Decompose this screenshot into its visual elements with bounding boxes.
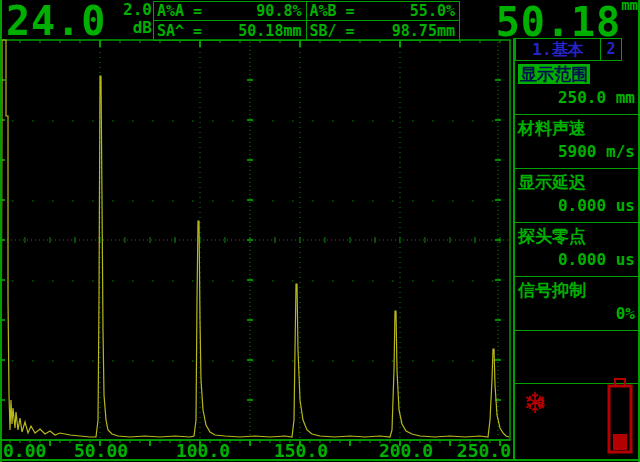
menu-empty-cell	[515, 331, 640, 384]
menu-item-reject[interactable]: 信号抑制0%	[515, 277, 640, 331]
menu-item-label: 显示范围	[518, 64, 590, 84]
menu-item-probe-zero[interactable]: 探头零点0.000 us	[515, 223, 640, 277]
flaw-detector-screen: 24.0 2.0 dB A%A =90.8%A%B =55.0%SA^ =50.…	[0, 0, 640, 462]
measurement-value: 50.18mm	[238, 22, 301, 40]
gain-step-block: 2.0 dB	[112, 1, 152, 37]
menu-item-value: 250.0 mm	[515, 86, 640, 110]
screen-border-bottom	[0, 459, 640, 461]
gain-step-value: 2.0	[112, 1, 152, 19]
x-axis-label: 50.00	[74, 440, 128, 461]
menu-item-value: 0.000 us	[515, 194, 640, 218]
menu-item-label: 显示延迟	[518, 172, 586, 192]
menu-item-value: 5900 m/s	[515, 140, 640, 164]
measurement-value: 98.75mm	[392, 22, 455, 40]
menu-item-display-delay[interactable]: 显示延迟0.000 us	[515, 169, 640, 223]
measurement-value: 55.0%	[410, 2, 455, 20]
measurement-label: A%B =	[310, 2, 355, 20]
menu-page-indicator[interactable]: 2	[601, 38, 622, 61]
x-axis-label: 250.0	[457, 440, 511, 461]
menu-item-value: 0%	[515, 302, 640, 326]
measurement-label: SA^ =	[157, 22, 202, 40]
freeze-icon: ❄ B	[525, 384, 561, 420]
ascan-plot: 0.0050.00100.0150.0200.0250.0	[0, 38, 513, 462]
measurement-a-pct-a: A%A =90.8%	[154, 2, 307, 21]
menu-item-value: 0.000 us	[515, 248, 640, 272]
status-icon-box: ❄ B	[515, 384, 640, 452]
menu-item-display-range[interactable]: 显示范围250.0 mm	[515, 61, 640, 115]
ascan-trace	[1, 40, 509, 438]
x-axis-label: 100.0	[176, 440, 230, 461]
menu-item-label: 探头零点	[518, 226, 586, 246]
x-axis-label: 0.00	[3, 440, 46, 461]
menu-tab-row: 1.基本 2	[515, 38, 640, 61]
gain-unit-label: dB	[112, 19, 152, 37]
menu-sidebar: 1.基本 2 显示范围250.0 mm材料声速5900 m/s显示延迟0.000…	[513, 38, 640, 459]
menu-item-label: 信号抑制	[518, 280, 586, 300]
menu-item-material-velocity[interactable]: 材料声速5900 m/s	[515, 115, 640, 169]
measurement-a-pct-b: A%B =55.0%	[307, 2, 460, 21]
menu-items: 显示范围250.0 mm材料声速5900 m/s显示延迟0.000 us探头零点…	[515, 61, 640, 331]
tab-basic[interactable]: 1.基本	[515, 38, 601, 61]
x-axis-label: 150.0	[274, 440, 328, 461]
screen-border-left	[0, 0, 2, 462]
measurement-label: A%A =	[157, 2, 202, 20]
measurement-value: 90.8%	[256, 2, 301, 20]
primary-reading-unit: mm	[621, 0, 638, 13]
freeze-letter: B	[537, 395, 545, 410]
menu-item-label: 材料声速	[518, 118, 586, 138]
measurement-label: SB/ =	[310, 22, 355, 40]
battery-icon	[607, 378, 633, 454]
measurement-grid: A%A =90.8%A%B =55.0%SA^ =50.18mmSB/ =98.…	[153, 1, 460, 41]
x-axis-label: 200.0	[379, 440, 433, 461]
